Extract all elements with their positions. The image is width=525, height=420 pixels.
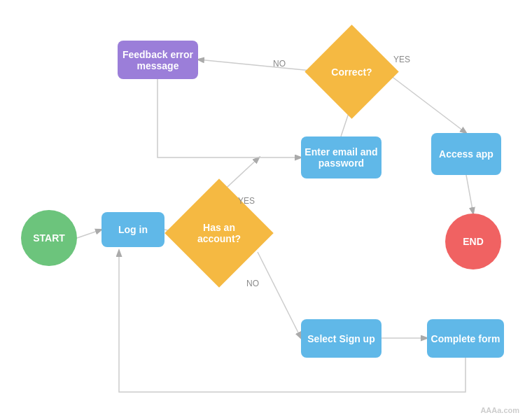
complete-form-label: Complete form [431,333,500,344]
feedback-label: Feedback error message [118,49,198,71]
login-label: Log in [118,224,148,235]
enter-email-label: Enter email and password [301,146,382,169]
correct-label: Correct? [318,38,385,105]
login-node: Log in [102,212,164,247]
watermark: AAAa.com [480,406,519,414]
has-account-node: Has an account? [164,178,274,288]
no2-label: NO [246,279,259,288]
end-label: END [463,236,484,247]
access-app-label: Access app [439,148,493,160]
svg-line-6 [198,59,318,71]
svg-line-3 [258,252,301,338]
access-app-node: Access app [431,133,501,175]
svg-line-5 [385,71,466,133]
select-signup-node: Select Sign up [301,319,382,358]
select-signup-label: Select Sign up [307,333,374,344]
enter-email-node: Enter email and password [301,136,382,178]
flowchart: START Log in Has an account? YES NO Ente… [0,0,525,420]
complete-form-node: Complete form [427,319,504,358]
start-node: START [21,210,77,266]
has-account-label: Has an account? [181,195,258,272]
yes2-label: YES [238,196,255,206]
start-label: START [33,232,65,244]
feedback-node: Feedback error message [118,41,198,79]
svg-line-7 [466,175,473,214]
yes1-label: YES [393,55,410,64]
end-node: END [445,214,501,270]
correct-node: Correct? [304,24,398,118]
no1-label: NO [273,59,286,69]
svg-line-0 [77,230,102,238]
